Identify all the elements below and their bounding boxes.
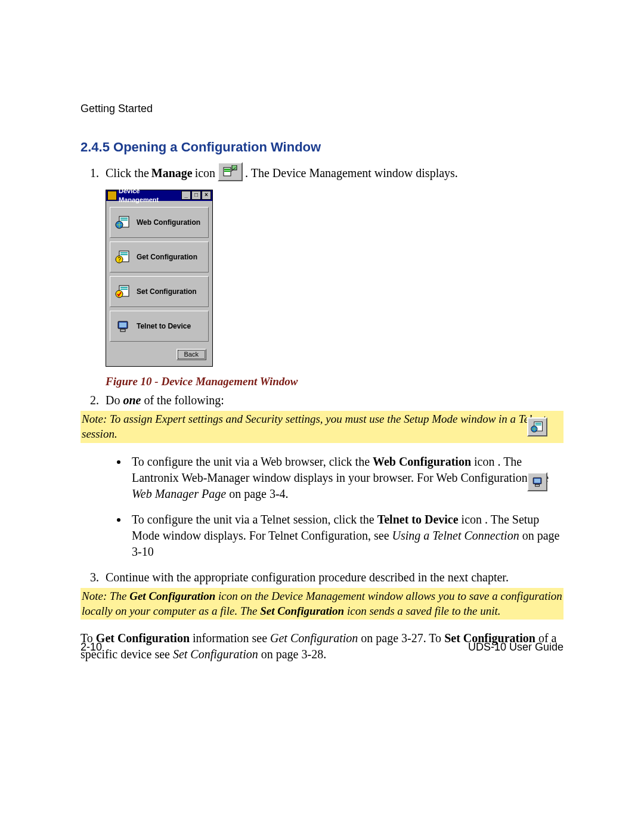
b2-ref: Using a Telnet Connection <box>392 529 519 542</box>
page-footer: 2-10 UDS-10 User Guide <box>80 640 564 654</box>
check-doc-icon <box>114 284 132 299</box>
b1-mid: icon <box>471 455 497 468</box>
procedure-list: Click the Manage icon . The Device Manag… <box>80 162 564 408</box>
dm-item-get-configuration[interactable]: ? Get Configuration <box>110 241 209 272</box>
dm-item-label: Get Configuration <box>137 252 197 262</box>
dm-titlebar: Device Management _ □ × <box>106 190 212 201</box>
b1-post2: on page 3-4. <box>226 487 288 500</box>
svg-rect-26 <box>534 479 540 483</box>
maximize-icon[interactable]: □ <box>191 191 201 200</box>
b1-bold: Web Configuration <box>373 455 471 468</box>
svg-text:?: ? <box>117 256 121 263</box>
dm-item-label: Web Configuration <box>137 218 200 227</box>
step-1: Click the Manage icon . The Device Manag… <box>102 162 564 389</box>
b2-bold: Telnet to Device <box>377 513 459 526</box>
svg-rect-16 <box>120 289 128 290</box>
dm-item-set-configuration[interactable]: Set Configuration <box>110 276 209 307</box>
dm-back-row: Back <box>110 345 209 363</box>
step2-pre: Do <box>106 394 123 407</box>
option-bullets: To configure the unit via a Web browser,… <box>80 454 564 560</box>
step1-text-mid: icon <box>195 165 215 181</box>
terminal-icon <box>114 318 132 334</box>
procedure-list-cont: Continue with the appropriate configurat… <box>80 569 564 586</box>
step1-bold: Manage <box>151 165 193 181</box>
step1-text-post: . The Device Management window displays. <box>245 165 458 181</box>
bullet-web-configuration: To configure the unit via a Web browser,… <box>128 454 564 502</box>
figure-caption: Figure 10 - Device Management Window <box>106 374 564 389</box>
dm-title-icon <box>107 191 117 200</box>
telnet-inline-icon <box>527 472 547 491</box>
b2-pre: To configure the unit via a Telnet sessi… <box>132 513 377 526</box>
b1-ref: Web Manager Page <box>132 487 226 500</box>
dm-title-text: Device Management <box>119 187 181 205</box>
step1-text-pre: Click the <box>106 165 149 181</box>
dm-item-label: Set Configuration <box>137 287 197 296</box>
note-get-set-config: Note: The Get Configuration icon on the … <box>80 588 564 620</box>
dm-item-label: Telnet to Device <box>137 321 191 331</box>
document-page: Getting Started 2.4.5 Opening a Configur… <box>0 0 644 833</box>
svg-rect-15 <box>120 287 128 288</box>
svg-rect-3 <box>232 165 237 170</box>
svg-rect-2 <box>224 171 230 172</box>
svg-rect-7 <box>120 219 128 221</box>
n2-p1a: Note: The <box>82 590 129 602</box>
footer-doc-title: UDS-10 User Guide <box>468 640 564 654</box>
close-icon[interactable]: × <box>202 191 211 200</box>
svg-rect-19 <box>119 323 126 327</box>
svg-rect-10 <box>120 252 128 253</box>
svg-rect-20 <box>120 329 125 332</box>
svg-rect-1 <box>224 169 230 170</box>
web-configuration-inline-icon <box>527 417 547 436</box>
back-button[interactable]: Back <box>177 349 206 360</box>
dm-item-web-configuration[interactable]: Web Configuration <box>110 207 209 238</box>
footer-page-number: 2-10 <box>80 640 102 654</box>
svg-rect-6 <box>120 218 128 219</box>
svg-rect-23 <box>535 425 541 426</box>
svg-rect-27 <box>535 484 540 486</box>
section-heading: 2.4.5 Opening a Configuration Window <box>80 138 564 156</box>
question-doc-icon: ? <box>114 249 132 265</box>
step-3: Continue with the appropriate configurat… <box>102 569 564 586</box>
note-telnet-required: Note: To assign Expert settings and Secu… <box>80 411 564 442</box>
step2-bold: one <box>123 394 141 407</box>
device-management-window: Device Management _ □ × Web Configuratio… <box>106 190 213 367</box>
minimize-icon[interactable]: _ <box>181 191 191 200</box>
n2-b2: Set Configuration <box>260 605 344 617</box>
dm-item-telnet-to-device[interactable]: Telnet to Device <box>110 311 209 342</box>
bullet-telnet-to-device: To configure the unit via a Telnet sessi… <box>128 512 564 560</box>
dm-body: Web Configuration ? Get Configuration Se… <box>106 201 212 366</box>
n2-p1c: icon sends a saved file to the unit. <box>344 605 500 617</box>
manage-icon <box>218 162 243 181</box>
step-2: Do one of the following: <box>102 392 564 408</box>
n2-b1: Get Configuration <box>129 590 215 602</box>
svg-rect-22 <box>535 423 541 424</box>
b1-pre: To configure the unit via a Web browser,… <box>132 455 373 468</box>
b2-mid: icon <box>459 513 485 526</box>
globe-doc-icon <box>114 215 132 230</box>
svg-rect-11 <box>120 254 128 255</box>
chapter-header: Getting Started <box>80 101 564 116</box>
step2-post: of the following: <box>141 394 224 407</box>
